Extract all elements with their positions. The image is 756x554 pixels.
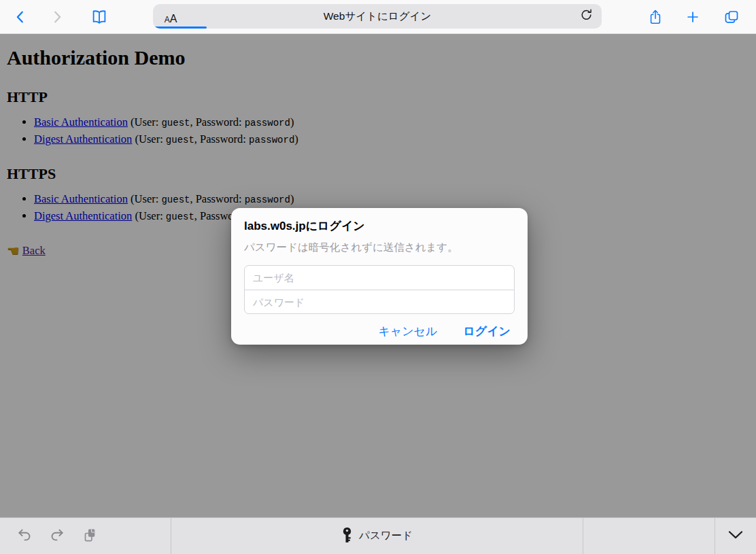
password-field[interactable] (245, 290, 514, 313)
back-button[interactable] (10, 6, 31, 28)
reload-icon (580, 8, 593, 24)
dismiss-button[interactable] (723, 528, 749, 544)
safari-window: AA Webサイトにログイン (0, 0, 756, 554)
edit-actions-group (0, 518, 171, 554)
bookmarks-button[interactable] (88, 6, 110, 28)
page-load-progress-bar (153, 27, 207, 29)
key-icon (341, 527, 353, 546)
password-autofill-label: パスワード (359, 529, 413, 543)
undo-button[interactable] (16, 527, 33, 544)
address-bar-title: Webサイトにログイン (153, 4, 602, 29)
book-icon (90, 9, 108, 25)
chevron-right-icon (50, 10, 65, 24)
reader-options-button[interactable]: AA (153, 4, 188, 29)
autofill-group: パスワード (171, 518, 583, 554)
chevron-left-icon (13, 10, 28, 24)
dismiss-keyboard-group (715, 518, 756, 554)
redo-icon (49, 527, 65, 544)
login-button[interactable]: ログイン (463, 324, 511, 339)
reload-button[interactable] (574, 4, 598, 29)
paste-icon (82, 527, 99, 546)
new-tab-button[interactable] (682, 6, 704, 28)
keyboard-accessory-bar: パスワード (0, 517, 756, 554)
cancel-button[interactable]: キャンセル (378, 324, 437, 339)
dialog-title: labs.w0s.jpにログイン (244, 218, 515, 234)
http-auth-dialog: labs.w0s.jpにログイン パスワードは暗号化されずに送信されます。 キャ… (231, 208, 528, 345)
share-button[interactable] (645, 6, 666, 28)
dialog-message: パスワードは暗号化されずに送信されます。 (244, 241, 515, 255)
address-bar[interactable]: AA Webサイトにログイン (153, 4, 602, 29)
dialog-fields (244, 265, 515, 314)
undo-icon (16, 527, 33, 544)
password-autofill-button[interactable]: パスワード (337, 526, 417, 547)
tabs-overview-button[interactable] (721, 6, 742, 28)
redo-button[interactable] (49, 527, 65, 544)
dialog-actions: キャンセル ログイン (244, 324, 515, 339)
plus-icon (685, 10, 700, 24)
username-field[interactable] (245, 266, 514, 290)
forward-button[interactable] (46, 6, 68, 28)
share-icon (648, 9, 663, 25)
paste-button[interactable] (82, 527, 99, 546)
top-toolbar: AA Webサイトにログイン (0, 0, 756, 34)
tabs-icon (723, 9, 740, 25)
chevron-down-icon (727, 529, 744, 543)
accessory-spacer (583, 518, 715, 554)
reader-aa-label: AA (157, 13, 184, 26)
